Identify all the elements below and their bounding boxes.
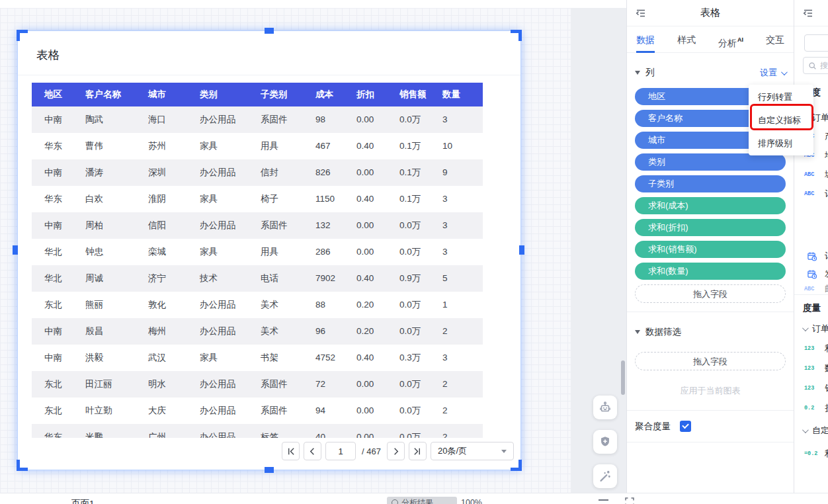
collapse-panel-icon[interactable] — [635, 7, 647, 19]
table-row[interactable]: 中南周柏信阳办公用品系固件1320.000.0万3 — [32, 212, 483, 239]
search-placeholder: 搜索 — [820, 60, 828, 71]
drop-field-zone-columns[interactable]: 拖入字段 — [635, 284, 786, 303]
measure-pill[interactable]: 求和(折扣) — [635, 219, 786, 236]
first-page-icon — [286, 447, 295, 456]
field-item[interactable]: 发货日期 — [804, 269, 828, 279]
table-row[interactable]: 华北钟忠栾城家具用具2860.000.0万3 — [32, 239, 483, 265]
selection-corner-top-right — [511, 30, 522, 41]
apply-to-chart-button[interactable]: 应用于当前图表 — [627, 385, 794, 397]
page-number-input[interactable] — [325, 442, 356, 460]
column-header[interactable]: 地区 — [32, 83, 73, 106]
column-header[interactable]: 成本 — [303, 83, 344, 106]
field-search-input[interactable]: 搜索 — [803, 57, 828, 74]
aggregate-measure-checkbox[interactable] — [680, 421, 691, 432]
robot-icon — [598, 400, 612, 415]
table-row[interactable]: 华东白欢淮阴家具椅子11500.400.1万3 — [32, 186, 483, 212]
tab-interact[interactable]: 交互 — [766, 26, 784, 53]
custom-group[interactable]: 自定义 — [802, 425, 828, 437]
field-item[interactable]: ABC邮寄 — [804, 284, 828, 294]
table-row[interactable]: 中南殷昌梅州办公用品美术960.200.0万2 — [32, 318, 483, 345]
column-header[interactable]: 销售额 — [387, 83, 430, 106]
drop-field-zone-filter[interactable]: 拖入字段 — [635, 352, 786, 370]
measure-group[interactable]: 订单 — [802, 323, 828, 335]
annotation-highlight-box — [750, 104, 813, 130]
table-header-row: 地区 客户名称 城市 类别 子类别 成本 折扣 销售额 数量 — [32, 83, 483, 106]
field-item[interactable]: 123利润 — [804, 343, 828, 354]
analysis-result-label: 分析结果 — [401, 497, 433, 504]
number-field-icon: 123 — [804, 345, 820, 352]
zoom-out-icon[interactable] — [599, 499, 608, 501]
fields-panel-header — [794, 0, 828, 26]
dataset-switch-button[interactable] — [804, 34, 828, 52]
first-page-button[interactable] — [282, 442, 300, 460]
total-pages-label: / 467 — [362, 446, 381, 456]
columns-section-row: 列 设置 — [627, 61, 794, 85]
field-item[interactable]: ABC城市 — [804, 169, 828, 180]
app-window: 表格 地区 客户名称 城市 类别 子类别 成本 折扣 销售额 数量 中南陶武海口… — [0, 0, 828, 504]
analysis-result-button[interactable]: 分析结果 — [387, 497, 457, 504]
column-header[interactable]: 子类别 — [248, 83, 303, 106]
triangle-down-icon[interactable] — [635, 330, 640, 334]
title-divider — [18, 75, 520, 75]
last-page-button[interactable] — [409, 442, 427, 460]
dimension-pill[interactable]: 类别 — [635, 153, 786, 171]
triangle-down-icon[interactable] — [635, 71, 640, 75]
canvas-scrollbar[interactable] — [621, 360, 625, 395]
text-field-icon: ABC — [804, 190, 820, 197]
page-tab[interactable]: 页面1 — [71, 498, 95, 504]
table-row[interactable]: 华东曹伟苏州家具用具4670.400.1万10 — [32, 133, 483, 159]
calculated-field-icon: =0.2 — [804, 450, 820, 457]
field-item[interactable]: 123数量 — [804, 363, 828, 374]
field-item[interactable]: 0.2折扣 — [804, 403, 828, 413]
table-row[interactable]: 中南陶武海口办公用品系固件980.000.0万3 — [32, 106, 483, 133]
selection-corner-bottom-left — [17, 460, 28, 471]
column-header[interactable]: 客户名称 — [73, 83, 136, 106]
column-header[interactable]: 城市 — [136, 83, 187, 106]
resize-handle-bottom[interactable] — [265, 467, 274, 473]
prev-page-button[interactable] — [304, 442, 321, 460]
fullscreen-icon[interactable] — [625, 497, 634, 504]
table-widget[interactable]: 表格 地区 客户名称 城市 类别 子类别 成本 折扣 销售额 数量 中南陶武海口… — [18, 31, 520, 470]
tab-data[interactable]: 数据 — [636, 26, 655, 53]
selection-corner-top-left — [17, 30, 28, 41]
page-size-value: 20条/页 — [438, 445, 467, 457]
table-row[interactable]: 东北叶立勤大庆办公用品系固件940.000.0万2 — [32, 398, 483, 424]
page-size-select[interactable]: 20条/页 — [431, 442, 514, 460]
field-item[interactable]: 订单日期 — [804, 251, 828, 261]
columns-section-label: 列 — [645, 67, 655, 79]
field-item[interactable]: =0.2利润率 — [804, 448, 828, 459]
column-header[interactable]: 折扣 — [344, 83, 387, 106]
data-protection-button[interactable] — [593, 430, 617, 454]
table-row[interactable]: 华北周诚济宁技术电话79020.400.9万5 — [32, 265, 483, 292]
field-item[interactable]: 123销售额 — [804, 383, 828, 394]
resize-handle-left[interactable] — [13, 245, 18, 255]
ai-assistant-button[interactable] — [593, 396, 617, 419]
column-header[interactable]: 数量 — [430, 83, 483, 106]
next-page-button[interactable] — [387, 442, 405, 460]
bottom-bar: 页面1 分析结果 100% — [0, 493, 828, 504]
collapse-panel-icon[interactable] — [802, 7, 814, 19]
table-row-clipped[interactable]: 华东米鹏广州办公用品标签400.000.0万2 — [32, 424, 483, 438]
fields-panel-divider — [794, 294, 828, 295]
table-row[interactable]: 中南洪毅武汉家具书架47520.400.3万3 — [32, 345, 483, 371]
chevron-right-icon — [392, 447, 400, 456]
measure-pill[interactable]: 求和(销售额) — [635, 241, 786, 258]
zoom-level-label[interactable]: 100% — [461, 498, 482, 504]
table-row[interactable]: 东北熊丽敦化办公用品美术880.200.0万1 — [32, 292, 483, 318]
chevron-left-icon — [308, 447, 317, 456]
table-row[interactable]: 中南潘涛深圳办公用品信封8260.000.1万9 — [32, 159, 483, 186]
table-row[interactable]: 东北田江丽明水办公用品系固件720.000.0万2 — [32, 371, 483, 398]
measure-pill[interactable]: 求和(成本) — [635, 197, 786, 214]
dimension-pill[interactable]: 子类别 — [635, 175, 786, 192]
tab-analysis[interactable]: 分析AI — [718, 26, 743, 53]
tab-style[interactable]: 样式 — [677, 26, 696, 53]
settings-dropdown-trigger[interactable]: 设置 — [760, 67, 786, 79]
field-item[interactable]: ABC订单 — [804, 189, 828, 199]
column-header[interactable]: 类别 — [187, 83, 248, 106]
measure-pill[interactable]: 求和(数量) — [635, 263, 786, 280]
config-tabs: 数据 样式 分析AI 交互 — [627, 26, 794, 53]
resize-handle-top[interactable] — [265, 28, 274, 34]
menu-item-sort-level[interactable]: 排序级别 — [749, 132, 813, 155]
magic-beautify-button[interactable] — [593, 464, 617, 488]
resize-handle-right[interactable] — [519, 245, 524, 255]
